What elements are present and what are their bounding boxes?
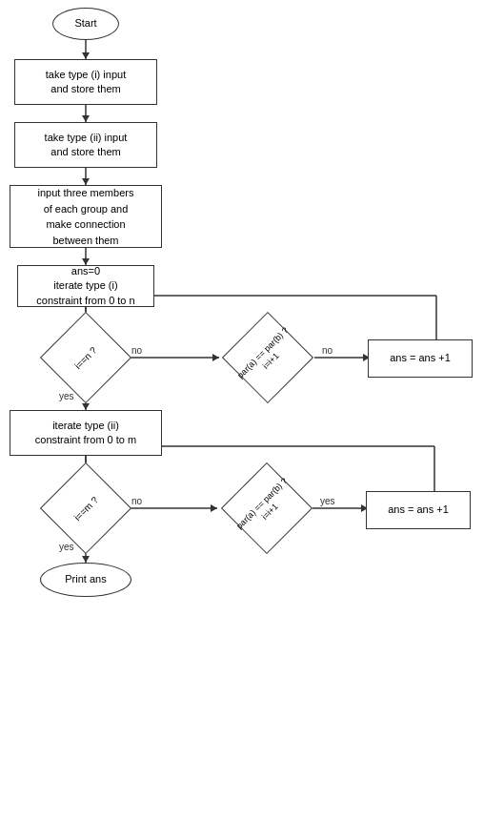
end-label: Print ans (65, 572, 106, 586)
box2-label: take type (ii) inputand store them (45, 131, 128, 160)
box4-node: ans=0iterate type (i)constraint from 0 t… (17, 265, 154, 307)
svg-marker-3 (82, 115, 90, 122)
box1-label: take type (i) inputand store them (46, 68, 126, 97)
box6-label: iterate type (ii)constraint from 0 to m (35, 419, 136, 448)
flowchart: Start take type (i) inputand store them … (0, 0, 504, 821)
diamond4-wrapper: par(a) == par(b) ?i=i+1 (215, 477, 318, 540)
svg-marker-29 (82, 556, 90, 563)
box5-node: ans = ans +1 (368, 339, 473, 378)
box3-label: input three membersof each group andmake… (38, 185, 134, 248)
box6-node: iterate type (ii)constraint from 0 to m (10, 410, 162, 456)
box7-label: ans = ans +1 (388, 503, 449, 517)
svg-marker-5 (82, 178, 90, 185)
no1-label: no (131, 345, 142, 356)
yes1-label: yes (59, 391, 74, 401)
box1-node: take type (i) inputand store them (14, 59, 157, 105)
svg-marker-18 (82, 403, 90, 410)
box4-label: ans=0iterate type (i)constraint from 0 t… (36, 264, 134, 308)
yes3-label: yes (59, 542, 74, 552)
box3-node: input three membersof each group andmake… (10, 185, 162, 248)
diamond3-wrapper: i==m ? (33, 477, 138, 540)
start-label: Start (74, 16, 96, 31)
box2-node: take type (ii) inputand store them (14, 122, 157, 168)
box7-node: ans = ans +1 (366, 491, 471, 529)
no3-label: no (131, 496, 142, 506)
yes2-label: yes (320, 496, 335, 506)
no2-label: no (322, 345, 333, 356)
start-node: Start (52, 8, 119, 40)
svg-marker-1 (82, 52, 90, 59)
diamond1-wrapper: i==n ? (33, 326, 138, 389)
diamond2-wrapper: par(a) == par(b) ?i=i+1 (217, 326, 318, 389)
box5-label: ans = ans +1 (390, 351, 451, 365)
end-node: Print ans (40, 563, 131, 597)
